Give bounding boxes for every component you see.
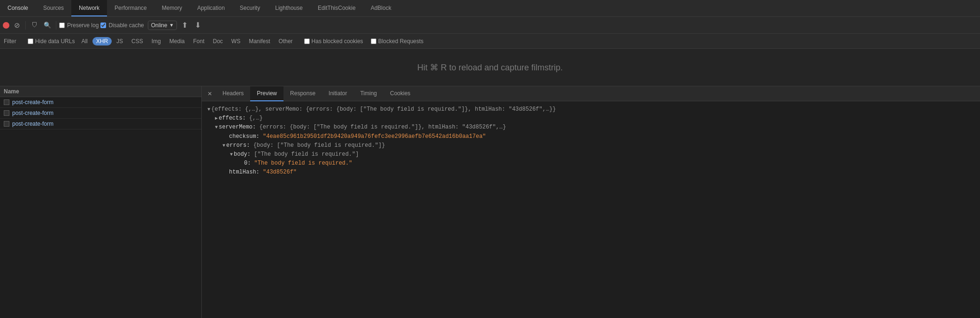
filter-type-xhr[interactable]: XHR bbox=[92, 37, 112, 45]
filter-type-all[interactable]: All bbox=[77, 37, 91, 45]
filter-type-doc[interactable]: Doc bbox=[209, 37, 227, 45]
stop-button[interactable]: ⊘ bbox=[11, 20, 23, 31]
detail-tab-preview[interactable]: Preview bbox=[250, 86, 283, 101]
tab-adblock[interactable]: AdBlock bbox=[363, 0, 399, 16]
request-name: post-create-form bbox=[12, 99, 54, 106]
json-line-servermemo: ▼ serverMemo: {errors: {body: ["The body… bbox=[207, 123, 974, 132]
filter-type-img[interactable]: Img bbox=[148, 37, 165, 45]
preserve-log-checkbox[interactable] bbox=[59, 23, 65, 28]
request-list: post-create-form post-create-form post-c… bbox=[0, 97, 201, 318]
json-line-root: ▼ {effects: {,…}, serverMemo: {errors: {… bbox=[207, 105, 974, 114]
tab-editthiscookie[interactable]: EditThisCookie bbox=[310, 0, 363, 16]
download-button[interactable]: ⬇ bbox=[192, 20, 203, 31]
preview-content: ▼ {effects: {,…}, serverMemo: {errors: {… bbox=[202, 101, 980, 318]
detail-close-button[interactable]: ✕ bbox=[204, 91, 216, 97]
record-button[interactable] bbox=[3, 22, 9, 29]
hide-data-urls-text: Hide data URLs bbox=[35, 38, 75, 45]
column-header-name: Name bbox=[0, 86, 201, 97]
json-line-body-0: 0: "The body field is required." bbox=[207, 159, 974, 168]
tab-console[interactable]: Console bbox=[0, 0, 36, 16]
preserve-log-checkbox-label[interactable]: Preserve log bbox=[59, 22, 99, 29]
search-icon: 🔍 bbox=[44, 22, 51, 29]
request-item[interactable]: post-create-form bbox=[0, 119, 201, 129]
filter-type-media[interactable]: Media bbox=[166, 37, 189, 45]
tab-performance[interactable]: Performance bbox=[107, 0, 154, 16]
expand-errors-arrow[interactable]: ▼ bbox=[222, 142, 225, 150]
filter-type-other[interactable]: Other bbox=[275, 37, 297, 45]
tab-sources[interactable]: Sources bbox=[36, 0, 71, 16]
blocked-requests-label[interactable]: Blocked Requests bbox=[371, 38, 424, 45]
detail-tab-response[interactable]: Response bbox=[283, 86, 322, 101]
filter-button[interactable]: ⛉ bbox=[29, 20, 40, 31]
filter-label: Filter bbox=[4, 38, 16, 45]
detail-tabs: ✕ Headers Preview Response Initiator Tim… bbox=[202, 86, 980, 101]
toolbar: ⊘ ⛉ 🔍 Preserve log Disable cache Online … bbox=[0, 17, 980, 34]
has-blocked-cookies-checkbox[interactable] bbox=[304, 38, 310, 44]
json-line-htmlhash: htmlHash: "43d8526f" bbox=[207, 168, 974, 177]
main-content: Name post-create-form post-create-form p… bbox=[0, 86, 980, 318]
request-name: post-create-form bbox=[12, 110, 54, 116]
request-name: post-create-form bbox=[12, 121, 54, 127]
detail-tab-timing[interactable]: Timing bbox=[353, 86, 383, 101]
tab-security[interactable]: Security bbox=[232, 0, 268, 16]
blocked-requests-checkbox[interactable] bbox=[371, 38, 376, 44]
expand-servermemo-arrow[interactable]: ▼ bbox=[215, 124, 218, 131]
tab-lighthouse[interactable]: Lighthouse bbox=[268, 0, 310, 16]
filter-type-js[interactable]: JS bbox=[113, 37, 127, 45]
blocked-requests-text: Blocked Requests bbox=[378, 38, 424, 45]
upload-button[interactable]: ⬆ bbox=[179, 20, 190, 31]
has-blocked-cookies-text: Has blocked cookies bbox=[312, 38, 363, 45]
request-checkbox bbox=[4, 99, 9, 105]
online-label: Online bbox=[151, 22, 168, 29]
tab-memory[interactable]: Memory bbox=[154, 0, 190, 16]
chevron-down-icon: ▼ bbox=[169, 23, 174, 28]
detail-tab-headers[interactable]: Headers bbox=[216, 86, 250, 101]
disable-cache-label: Disable cache bbox=[108, 22, 144, 29]
hide-data-urls-checkbox[interactable] bbox=[28, 38, 33, 44]
detail-tab-initiator[interactable]: Initiator bbox=[322, 86, 353, 101]
disable-cache-checkbox[interactable] bbox=[100, 23, 106, 28]
expand-root-arrow[interactable]: ▼ bbox=[207, 106, 210, 114]
left-panel: Name post-create-form post-create-form p… bbox=[0, 86, 202, 318]
json-line-effects: ▶ effects: {,…} bbox=[207, 114, 974, 123]
request-item[interactable]: post-create-form bbox=[0, 108, 201, 119]
expand-effects-arrow[interactable]: ▶ bbox=[215, 115, 218, 122]
expand-body-arrow[interactable]: ▼ bbox=[230, 151, 233, 159]
filter-type-css[interactable]: CSS bbox=[128, 37, 147, 45]
filmstrip-hint: Hit ⌘ R to reload and capture filmstrip. bbox=[417, 62, 563, 73]
hide-data-urls-label[interactable]: Hide data URLs bbox=[28, 38, 75, 45]
has-blocked-cookies-label[interactable]: Has blocked cookies bbox=[304, 38, 363, 45]
separator-2 bbox=[56, 21, 56, 30]
separator-1 bbox=[25, 21, 26, 30]
filter-bar: Filter Hide data URLs All XHR JS CSS Img… bbox=[0, 34, 980, 49]
filter-type-ws[interactable]: WS bbox=[228, 37, 244, 45]
filter-type-list: All XHR JS CSS Img Media Font Doc WS Man… bbox=[77, 37, 296, 45]
request-checkbox bbox=[4, 121, 9, 127]
detail-tab-cookies[interactable]: Cookies bbox=[383, 86, 417, 101]
filter-type-font[interactable]: Font bbox=[189, 37, 208, 45]
disable-cache-checkbox-label[interactable]: Disable cache bbox=[100, 22, 144, 29]
network-throttle-select[interactable]: Online ▼ bbox=[148, 21, 177, 30]
json-line-errors: ▼ errors: {body: ["The body field is req… bbox=[207, 141, 974, 150]
tab-bar: Console Sources Network Performance Memo… bbox=[0, 0, 980, 17]
search-button[interactable]: 🔍 bbox=[42, 20, 53, 31]
filter-type-manifest[interactable]: Manifest bbox=[245, 37, 274, 45]
preserve-log-label: Preserve log bbox=[67, 22, 99, 29]
tab-application[interactable]: Application bbox=[190, 0, 232, 16]
right-panel: ✕ Headers Preview Response Initiator Tim… bbox=[202, 86, 980, 318]
tab-network[interactable]: Network bbox=[71, 0, 107, 16]
json-line-checksum: checksum: "4eae85c961b29501df2b9420a949a… bbox=[207, 132, 974, 141]
filter-icon: ⛉ bbox=[31, 22, 38, 29]
request-item[interactable]: post-create-form bbox=[0, 97, 201, 108]
request-checkbox bbox=[4, 110, 9, 116]
json-line-body: ▼ body: ["The body field is required."] bbox=[207, 150, 974, 159]
filmstrip-area: Hit ⌘ R to reload and capture filmstrip. bbox=[0, 49, 980, 86]
